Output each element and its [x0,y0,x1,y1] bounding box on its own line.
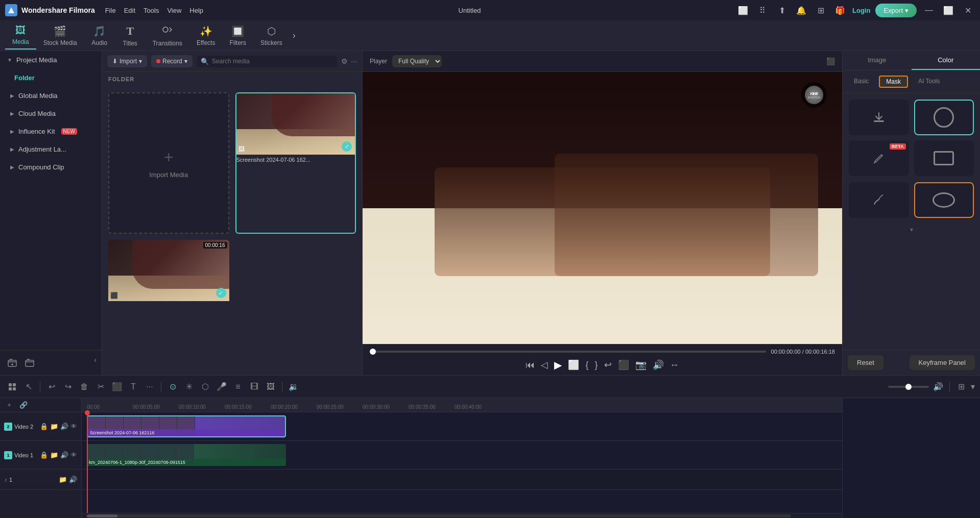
add-video-track-button[interactable]: + [3,399,15,411]
import-media-item[interactable]: + Import Media [108,92,229,234]
play-back-button[interactable]: ◁ [541,359,548,371]
media-clip-2[interactable]: 00:00:16 ⬛ ✓ [108,240,229,369]
link-track-button[interactable]: 🔗 [17,399,30,411]
tl-cursor-tool[interactable]: ↖ [21,380,36,394]
video1-folder-icon[interactable]: 📁 [50,451,58,459]
record-button[interactable]: Record ▾ [151,55,193,67]
search-input[interactable] [212,58,333,65]
tl-layers-button[interactable]: ≡ [231,380,245,394]
tl-expand-button[interactable]: ▾ [971,382,975,391]
media-clip-1[interactable]: 🖼 ✓ Screenshot 2024-07-06 162... [235,92,356,234]
mask-tab-basic[interactable]: Basic [848,76,875,88]
import-button[interactable]: ⬇ Import ▾ [107,55,147,67]
volume-button[interactable]: 🔊 [653,359,664,371]
right-tab-color[interactable]: Color [912,51,981,70]
tab-stickers[interactable]: ⬡ Stickers [253,22,290,50]
more-controls-button[interactable]: ↔ [670,360,679,371]
menu-help[interactable]: Help [189,7,203,14]
scrubber-thumb[interactable] [370,349,376,355]
tab-transitions[interactable]: Transitions [146,21,189,50]
fit-to-screen-button[interactable]: ⬛ [618,359,629,371]
sidebar-item-cloud-media[interactable]: ▶ Cloud Media [0,105,102,122]
sidebar-item-global-media[interactable]: ▶ Global Media [0,87,102,105]
video1-eye-icon[interactable]: 👁 [70,451,77,459]
tab-audio[interactable]: 🎵 Audio [84,22,115,50]
sidebar-collapse-button[interactable]: ‹ [94,356,97,370]
tl-vol-down-button[interactable]: 🔉 [286,380,301,394]
menu-edit[interactable]: Edit [124,7,135,14]
playhead[interactable] [87,412,88,513]
video2-lock-icon[interactable]: 🔒 [40,423,48,430]
tl-grid-button[interactable]: ⊞ [958,382,965,391]
tl-asterisk-tool[interactable]: ✳ [182,380,196,394]
menu-file[interactable]: File [105,7,116,14]
mask-item-pen[interactable]: BETA [849,140,909,176]
timeline-scrollbar-thumb[interactable] [87,514,117,517]
sidebar-item-compound-clip[interactable]: ▶ Compound Clip [0,158,102,176]
video2-volume-icon[interactable]: 🔊 [60,423,68,430]
video2-folder-icon[interactable]: 📁 [50,423,58,430]
tl-mic-button[interactable]: 🎤 [214,380,229,394]
more-options-icon[interactable]: ··· [351,57,357,65]
mask-item-rect[interactable] [914,140,974,176]
layout-icon[interactable]: ⠿ [755,3,770,17]
play-button[interactable]: ▶ [554,359,562,371]
tl-delete-button[interactable]: 🗑 [77,380,91,394]
reset-button[interactable]: Reset [848,355,883,370]
video1-volume-icon[interactable]: 🔊 [60,451,68,459]
sidebar-item-adjustment[interactable]: ▶ Adjustment La... [0,140,102,158]
export-button[interactable]: Export ▾ [875,4,917,17]
tl-undo-button[interactable]: ↩ [44,380,59,394]
add-folder-button[interactable] [5,356,19,370]
menu-view[interactable]: View [167,7,181,14]
audio1-folder-icon[interactable]: 📁 [59,476,67,483]
video2-eye-icon[interactable]: 👁 [70,423,77,430]
mark-out-button[interactable]: } [595,360,598,371]
tl-text-button[interactable]: T [126,380,140,394]
search-bar[interactable]: 🔍 [197,56,338,67]
menu-tools[interactable]: Tools [144,7,159,14]
tl-film-button[interactable]: 🎞 [247,380,261,394]
fullscreen-button[interactable]: ⬜ [568,359,579,371]
tl-more-tools-button[interactable]: ··· [142,380,157,394]
tl-crop-button[interactable]: ⬛ [110,380,124,394]
maximize-icon[interactable]: ⬜ [941,3,955,17]
tl-redo-button[interactable]: ↪ [61,380,75,394]
tl-shield-tool[interactable]: ⬡ [198,380,212,394]
preview-expand-icon[interactable]: ⬛ [826,57,835,65]
tl-select-tool[interactable] [5,380,19,394]
tl-vol-up-button[interactable]: 🔊 [931,380,945,394]
sidebar-item-project-media[interactable]: ▼ Project Media [0,51,102,69]
close-icon[interactable]: ✕ [961,3,975,17]
login-button[interactable]: Login [852,7,870,14]
snapshot-button[interactable]: 📷 [635,359,647,371]
video1-lock-icon[interactable]: 🔒 [40,451,48,459]
keyframe-panel-button[interactable]: Keyframe Panel [910,355,975,370]
sidebar-item-influence-kit[interactable]: ▶ Influence Kit NEW [0,122,102,140]
insert-button[interactable]: ↩ [604,359,612,371]
mask-tab-ai-tools[interactable]: AI Tools [912,76,946,88]
mask-tab-mask[interactable]: Mask [879,76,908,88]
tab-more-button[interactable]: › [290,27,299,44]
audio1-volume-icon[interactable]: 🔊 [69,476,77,483]
tl-image-button[interactable]: 🖼 [264,380,278,394]
tab-titles[interactable]: T Titles [115,21,146,50]
mark-in-button[interactable]: { [585,360,588,371]
notification-icon[interactable]: 🔔 [794,3,808,17]
upload-icon[interactable]: ⬆ [775,3,789,17]
tl-green-tool[interactable]: ⊙ [165,380,180,394]
mask-item-download[interactable] [849,100,909,135]
video2-clip[interactable]: Screenshot 2024-07-06 162116 [87,415,286,437]
tab-filters[interactable]: 🔲 Filters [222,22,253,50]
video1-clip[interactable]: km_20240706-1_1080p-30f_20240706-091515 [87,444,286,466]
tab-effects[interactable]: ✨ Effects [189,22,222,50]
gift-icon[interactable]: 🎁 [833,3,847,17]
open-folder-button[interactable] [22,356,37,370]
right-tab-image[interactable]: Image [843,51,912,70]
mask-item-oval[interactable] [914,182,974,218]
quality-select[interactable]: Full Quality [392,55,442,67]
scrubber-track[interactable] [370,351,766,353]
mask-item-draw[interactable] [849,182,909,218]
tl-cut-button[interactable]: ✂ [93,380,108,394]
minimize-icon[interactable]: — [922,3,936,17]
